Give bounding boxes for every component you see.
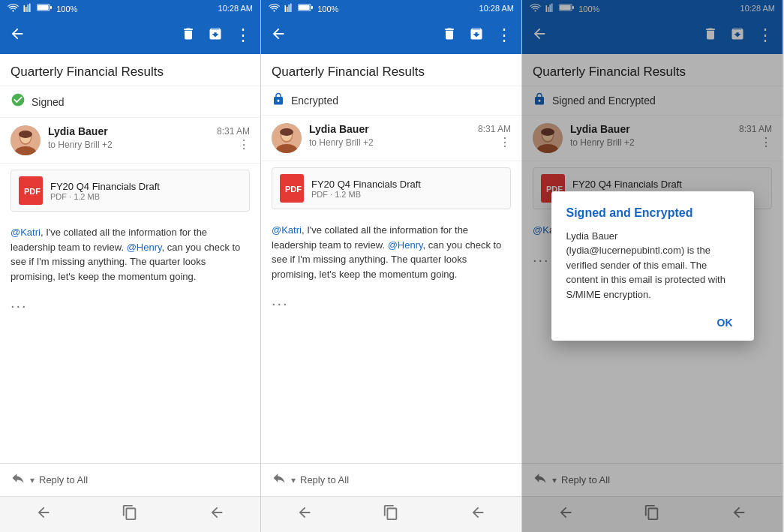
- attachment-name-2: FY20 Q4 Financials Draft: [311, 179, 421, 190]
- email-subject-1: Quarterly Financial Results: [0, 54, 260, 86]
- attachment-name-1: FY20 Q4 Financials Draft: [50, 181, 160, 192]
- dialog-actions: OK: [566, 314, 739, 332]
- mention-katri-1: @Katri: [11, 227, 41, 238]
- status-time-2: 10:28 AM: [479, 4, 514, 13]
- status-bar-2: 100% 10:28 AM: [261, 0, 521, 17]
- signed-icon-1: [11, 92, 26, 111]
- svg-rect-16: [285, 5, 287, 12]
- signed-encrypted-panel: 100% 10:28 AM ⋮ Quarterly Financial Resu…: [522, 0, 783, 532]
- back-nav-2[interactable]: [470, 504, 486, 524]
- status-left-2: 100%: [269, 3, 338, 14]
- recipient-2: to Henry Brill +2: [309, 137, 374, 148]
- svg-rect-18: [289, 5, 290, 12]
- reply-icon-1[interactable]: [11, 470, 26, 489]
- svg-rect-3: [28, 5, 29, 12]
- reply-all-label-1[interactable]: Reply to All: [39, 474, 88, 485]
- nav-bar-2: [261, 496, 521, 532]
- pdf-icon-1: PDF: [19, 176, 43, 205]
- svg-text:PDF: PDF: [285, 185, 302, 194]
- svg-rect-19: [290, 4, 292, 13]
- copy-nav-2[interactable]: [383, 504, 399, 524]
- nav-bar-1: [0, 496, 260, 532]
- sender-name-1: Lydia Bauer: [48, 125, 108, 137]
- archive-button-1[interactable]: [208, 26, 223, 45]
- dialog-body: Lydia Bauer (lydia@lucernepubintl.com) i…: [566, 229, 739, 302]
- security-badge-1[interactable]: Signed: [0, 86, 260, 118]
- back-button-1[interactable]: [9, 26, 26, 46]
- email-subject-2: Quarterly Financial Results: [261, 54, 521, 86]
- svg-rect-17: [287, 7, 288, 12]
- signed-panel: 100% 10:28 AM ⋮ Quarterly Financial Resu…: [0, 0, 261, 532]
- attachment-2[interactable]: PDF FY20 Q4 Financials Draft PDF · 1.2 M…: [272, 167, 511, 209]
- bottom-toolbar-1: ▾ Reply to All: [0, 463, 260, 496]
- delete-button-2[interactable]: [442, 26, 457, 45]
- mention-henry-1: @Henry: [127, 242, 162, 253]
- svg-point-27: [280, 128, 293, 136]
- message-meta-2: Lydia Bauer 8:31 AM to Henry Brill +2 ⋮: [309, 123, 511, 149]
- dialog-ok-button[interactable]: OK: [711, 314, 739, 332]
- security-badge-label-2: Encrypted: [291, 95, 338, 107]
- svg-point-15: [273, 10, 275, 11]
- recipient-1: to Henry Brill +2: [48, 140, 113, 150]
- svg-point-0: [12, 10, 14, 11]
- svg-point-12: [19, 131, 32, 138]
- app-bar-1: ⋮: [0, 17, 260, 54]
- attachment-info-2: FY20 Q4 Financials Draft PDF · 1.2 MB: [311, 179, 421, 199]
- svg-rect-21: [299, 5, 310, 10]
- sender-name-2: Lydia Bauer: [309, 123, 369, 135]
- app-bar-2: ⋮: [261, 17, 521, 54]
- archive-button-2[interactable]: [469, 26, 484, 45]
- status-left-1: 100%: [8, 3, 77, 14]
- dialog: Signed and Encrypted Lydia Bauer (lydia@…: [551, 191, 754, 341]
- pdf-icon-2: PDF: [280, 174, 304, 203]
- svg-rect-2: [26, 7, 27, 12]
- back-button-2[interactable]: [270, 26, 287, 46]
- status-time-1: 10:28 AM: [218, 4, 253, 13]
- delete-button-1[interactable]: [181, 26, 196, 45]
- attachment-1[interactable]: PDF FY20 Q4 Financials Draft PDF · 1.2 M…: [11, 170, 250, 212]
- mention-henry-2: @Henry: [388, 239, 423, 251]
- forward-nav-2[interactable]: [296, 504, 313, 524]
- svg-text:PDF: PDF: [24, 187, 41, 196]
- email-body-1: @Katri, I've collated all the informatio…: [0, 218, 260, 291]
- dialog-overlay: Signed and Encrypted Lydia Bauer (lydia@…: [522, 0, 782, 532]
- avatar-1: [11, 125, 41, 155]
- svg-rect-6: [38, 5, 49, 10]
- mention-katri-2: @Katri: [272, 224, 302, 236]
- more-actions-2[interactable]: ···: [261, 289, 521, 318]
- message-header-1: Lydia Bauer 8:31 AM to Henry Brill +2 ⋮: [0, 118, 260, 164]
- attachment-size-1: PDF · 1.2 MB: [50, 192, 160, 201]
- forward-nav-1[interactable]: [35, 504, 52, 524]
- reply-dropdown-2[interactable]: ▾: [291, 475, 296, 485]
- svg-rect-1: [24, 5, 26, 12]
- email-content-2: Quarterly Financial Results Encrypted: [261, 54, 521, 463]
- email-body-2: @Katri, I've collated all the informatio…: [261, 215, 521, 289]
- attachment-size-2: PDF · 1.2 MB: [311, 190, 421, 199]
- svg-rect-22: [311, 6, 313, 9]
- status-bar-1: 100% 10:28 AM: [0, 0, 260, 17]
- avatar-2: [272, 123, 302, 153]
- email-content-1: Quarterly Financial Results Signed: [0, 54, 260, 463]
- reply-all-label-2[interactable]: Reply to All: [300, 474, 349, 485]
- encrypted-panel: 100% 10:28 AM ⋮ Quarterly Financial Resu…: [261, 0, 522, 532]
- security-badge-2[interactable]: Encrypted: [261, 86, 521, 116]
- svg-rect-4: [29, 4, 31, 13]
- copy-nav-1[interactable]: [122, 504, 138, 524]
- message-more-2[interactable]: ⋮: [499, 135, 511, 149]
- back-nav-1[interactable]: [209, 504, 225, 524]
- attachment-info-1: FY20 Q4 Financials Draft PDF · 1.2 MB: [50, 181, 160, 201]
- bottom-toolbar-2: ▾ Reply to All: [261, 463, 521, 496]
- message-more-1[interactable]: ⋮: [238, 137, 250, 152]
- message-meta-1: Lydia Bauer 8:31 AM to Henry Brill +2 ⋮: [48, 125, 250, 152]
- message-time-1: 8:31 AM: [217, 126, 250, 137]
- more-actions-1[interactable]: ···: [0, 291, 260, 320]
- more-button-1[interactable]: ⋮: [235, 26, 251, 45]
- message-header-2: Lydia Bauer 8:31 AM to Henry Brill +2 ⋮: [261, 116, 521, 161]
- reply-dropdown-1[interactable]: ▾: [30, 475, 35, 485]
- lock-icon-2: [272, 92, 285, 109]
- dialog-title: Signed and Encrypted: [566, 206, 739, 220]
- svg-rect-7: [50, 6, 52, 9]
- reply-icon-2[interactable]: [272, 470, 287, 489]
- message-time-2: 8:31 AM: [478, 124, 511, 134]
- more-button-2[interactable]: ⋮: [496, 26, 512, 45]
